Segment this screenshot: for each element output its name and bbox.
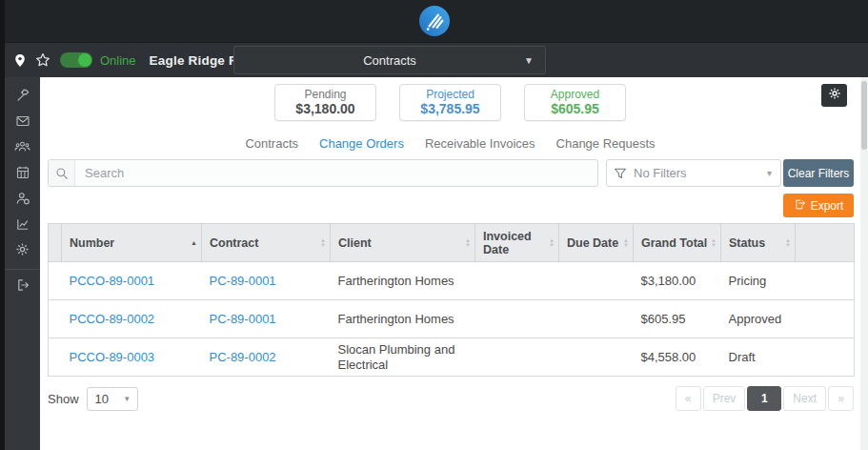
card-value: $3,785.95 [420, 101, 479, 117]
sidebar-item-tools[interactable] [5, 84, 40, 110]
summary-cards: Pending $3,180.00 Projected $3,785.95 Ap… [40, 84, 860, 121]
card-label: Approved [551, 88, 599, 101]
scrollbar[interactable] [860, 77, 868, 450]
summary-card-projected[interactable]: Projected $3,785.95 [399, 84, 501, 121]
contract-link[interactable]: PC-89-0002 [210, 350, 276, 364]
sort-ascending-icon[interactable]: ▲ [191, 240, 197, 245]
column-header-due-date[interactable]: Due Date▲▼ [559, 224, 634, 262]
sort-icon[interactable]: ▲▼ [549, 238, 555, 248]
page-number-button[interactable]: 1 [747, 386, 781, 411]
column-header-grand-total[interactable]: Grand Total▲▼ [634, 224, 721, 262]
sort-icon[interactable]: ▲▼ [623, 238, 629, 248]
table-row[interactable]: PCCO-89-0002 PC-89-0001 Fartherington Ho… [49, 300, 855, 338]
page-next-button[interactable]: Next [783, 386, 826, 411]
sort-icon[interactable]: ▲▼ [465, 238, 471, 248]
sidebar-item-mail[interactable] [5, 110, 40, 135]
app-window: Online Eagle Ridge Ren... Contracts ▼ [0, 0, 868, 450]
search-icon [49, 160, 75, 186]
sidebar-item-logout[interactable] [5, 274, 40, 299]
client-cell: Slocan Plumbing and Electrical [331, 338, 475, 377]
status-cell: Approved [721, 300, 796, 338]
table-footer: Show 10 ▾ « Prev 1 Next » [48, 386, 854, 411]
location-bar: Online Eagle Ridge Ren... Contracts ▼ [0, 42, 868, 77]
sidebar [5, 77, 40, 450]
search-input[interactable] [75, 160, 597, 186]
hammer-icon [15, 88, 30, 107]
module-dropdown-label: Contracts [363, 53, 416, 68]
search-box [48, 159, 598, 187]
online-status-label: Online [100, 53, 136, 68]
logout-icon [15, 277, 30, 297]
export-button[interactable]: Export [783, 194, 854, 217]
chevron-down-icon: ▾ [767, 168, 772, 178]
grand-total-cell: $3,180.00 [634, 262, 721, 300]
table-row[interactable]: PCCO-89-0001 PC-89-0001 Fartherington Ho… [49, 262, 855, 300]
column-header-contract[interactable]: Contract▲▼ [202, 224, 331, 262]
chevron-down-icon: ▾ [125, 394, 130, 403]
grand-total-cell: $4,558.00 [634, 338, 721, 377]
scrollbar-thumb[interactable] [861, 81, 867, 150]
page-size-select[interactable]: 10 ▾ [87, 387, 138, 411]
invoiced-date-cell [475, 338, 559, 377]
person-icon [15, 191, 30, 210]
pagination: « Prev 1 Next » [676, 386, 854, 411]
favorite-star-icon[interactable] [35, 52, 50, 68]
status-cell: Draft [721, 338, 796, 377]
page-last-button[interactable]: » [828, 386, 854, 411]
column-header-invoiced-date[interactable]: Invoiced Date▲▼ [475, 224, 559, 262]
app-logo-icon [418, 5, 451, 37]
invoiced-date-cell [475, 262, 559, 300]
calendar-icon [15, 165, 30, 184]
sidebar-item-contacts[interactable] [5, 187, 40, 213]
page-first-button[interactable]: « [676, 386, 701, 411]
contract-link[interactable]: PC-89-0001 [210, 274, 276, 288]
filter-toolbar: No Filters ▾ Clear Filters [48, 159, 854, 187]
change-order-link[interactable]: PCCO-89-0001 [70, 274, 155, 288]
clear-filters-button[interactable]: Clear Filters [783, 159, 854, 187]
due-date-cell [559, 338, 634, 377]
column-header-status[interactable]: Status▲▼ [721, 224, 796, 262]
toggle-knob [78, 53, 91, 67]
main-content: Pending $3,180.00 Projected $3,785.95 Ap… [40, 77, 860, 450]
summary-card-pending[interactable]: Pending $3,180.00 [274, 84, 376, 121]
sidebar-item-team[interactable] [5, 135, 40, 161]
contract-link[interactable]: PC-89-0001 [210, 312, 276, 326]
due-date-cell [559, 300, 634, 338]
chevron-down-icon: ▼ [524, 55, 534, 66]
invoiced-date-cell [475, 300, 559, 338]
online-toggle[interactable] [60, 52, 92, 68]
page-prev-button[interactable]: Prev [703, 386, 746, 411]
tab-change-orders[interactable]: Change Orders [319, 136, 404, 153]
top-bar [0, 0, 868, 42]
module-dropdown[interactable]: Contracts ▼ [233, 46, 546, 74]
filter-value: No Filters [634, 160, 780, 186]
sort-icon[interactable]: ▲▼ [785, 238, 791, 248]
sort-icon[interactable]: ▲▼ [711, 238, 717, 248]
grand-total-cell: $605.95 [634, 300, 721, 338]
tab-bar: Contracts Change Orders Receivable Invoi… [40, 136, 860, 153]
sidebar-item-schedule[interactable] [5, 161, 40, 187]
export-icon [794, 198, 806, 214]
summary-card-approved[interactable]: Approved $605.95 [524, 84, 626, 121]
tab-contracts[interactable]: Contracts [245, 136, 298, 153]
change-order-link[interactable]: PCCO-89-0002 [70, 312, 155, 326]
sidebar-item-settings[interactable] [5, 238, 40, 264]
card-value: $3,180.00 [295, 101, 354, 117]
card-label: Projected [426, 88, 474, 101]
column-header-client[interactable]: Client▲▼ [331, 224, 475, 262]
client-cell: Fartherington Homes [331, 300, 475, 338]
table-row[interactable]: PCCO-89-0003 PC-89-0002 Slocan Plumbing … [49, 338, 855, 377]
users-icon [14, 139, 30, 158]
change-order-link[interactable]: PCCO-89-0003 [70, 350, 155, 364]
column-header-number[interactable]: Number▲ [62, 224, 202, 262]
filter-select[interactable]: No Filters ▾ [606, 159, 781, 187]
sidebar-item-reports[interactable] [5, 213, 40, 238]
table-header-row: Number▲ Contract▲▼ Client▲▼ Invoiced Dat… [49, 224, 855, 262]
tab-receivable-invoices[interactable]: Receivable Invoices [425, 136, 535, 153]
export-label: Export [811, 199, 844, 213]
sort-icon[interactable]: ▲▼ [320, 238, 326, 248]
gear-icon [15, 242, 30, 260]
column-header-selector [49, 224, 62, 262]
location-pin-icon[interactable] [14, 53, 26, 68]
tab-change-requests[interactable]: Change Requests [556, 136, 656, 153]
